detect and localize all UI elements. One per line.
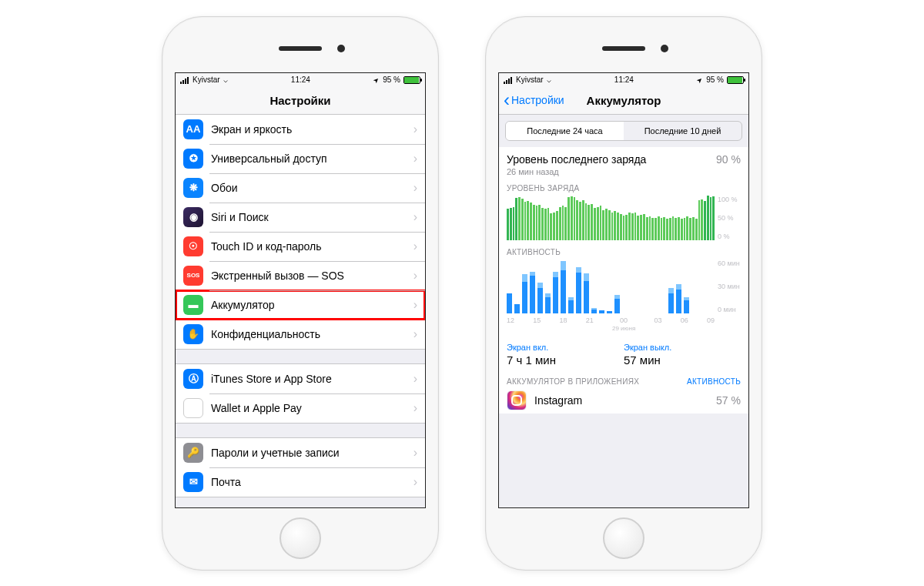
- last-charge-value: 90 %: [716, 153, 741, 166]
- settings-label: Универсальный доступ: [211, 152, 413, 165]
- settings-row-sos[interactable]: SOSЭкстренный вызов — SOS›: [176, 261, 425, 290]
- chevron-right-icon: ›: [413, 475, 417, 489]
- settings-row-display[interactable]: AAЭкран и яркость›: [176, 115, 425, 144]
- front-camera: [661, 45, 668, 52]
- speaker-slot: [279, 46, 322, 51]
- last-charge-label: Уровень последнего заряда: [507, 153, 646, 166]
- clock: 11:24: [614, 75, 634, 84]
- last-charge-subtitle: 26 мин назад: [507, 167, 741, 176]
- chevron-right-icon: ›: [413, 239, 417, 253]
- settings-label: iTunes Store и App Store: [211, 373, 413, 385]
- seg-24h[interactable]: Последние 24 часа: [506, 122, 624, 140]
- battery-content[interactable]: Последние 24 часа Последние 10 дней Уров…: [499, 115, 748, 507]
- activity-y-axis: 60 мин30 мин0 мин: [715, 260, 741, 313]
- back-button[interactable]: Настройки: [504, 94, 564, 106]
- activity-section-label: АКТИВНОСТЬ: [507, 248, 741, 256]
- wallet-icon: ▥: [183, 398, 203, 418]
- signal-icon: [180, 75, 189, 84]
- signal-icon: [504, 75, 513, 84]
- settings-row-passwords[interactable]: 🔑Пароли и учетные записи›: [176, 438, 425, 467]
- settings-row-touchid[interactable]: ☉Touch ID и код-пароль›: [176, 232, 425, 261]
- settings-label: Экран и яркость: [211, 123, 413, 136]
- home-button[interactable]: [603, 517, 644, 559]
- battery-pct: 95 %: [383, 75, 400, 84]
- screen-off-label: Экран выкл.: [624, 343, 741, 352]
- apps-activity-link[interactable]: АКТИВНОСТЬ: [687, 377, 741, 386]
- phone-left: Kyivstar ⌵ 11:24 95 % Настройки AAЭкран …: [162, 16, 439, 571]
- access-icon: ✪: [183, 149, 203, 169]
- seg-10d[interactable]: Последние 10 дней: [624, 122, 742, 140]
- chevron-right-icon: ›: [413, 122, 417, 136]
- page-title: Аккумулятор: [587, 94, 661, 107]
- settings-row-wallet[interactable]: ▥Wallet и Apple Pay›: [176, 393, 425, 423]
- activity-chart: [507, 260, 715, 313]
- settings-label: Почта: [211, 476, 413, 488]
- screen-battery: Kyivstar ⌵ 11:24 95 % Настройки Аккумуля…: [498, 72, 749, 508]
- wallpaper-icon: ❋: [183, 178, 203, 198]
- phone-right: Kyivstar ⌵ 11:24 95 % Настройки Аккумуля…: [485, 16, 762, 571]
- battery-icon: ▬: [183, 295, 203, 315]
- settings-row-itunes[interactable]: ⒶiTunes Store и App Store›: [176, 364, 425, 393]
- screen-settings: Kyivstar ⌵ 11:24 95 % Настройки AAЭкран …: [175, 72, 426, 508]
- level-section-label: УРОВЕНЬ ЗАРЯДА: [507, 184, 741, 193]
- touchid-icon: ☉: [183, 236, 203, 256]
- itunes-icon: Ⓐ: [183, 369, 203, 389]
- x-axis: 12151821 0029 июня 030609: [507, 316, 741, 332]
- settings-label: Touch ID и код-пароль: [211, 240, 413, 253]
- privacy-icon: ✋: [183, 324, 203, 344]
- app-pct: 57 %: [716, 394, 741, 407]
- screen-time-stats: Экран вкл. 7 ч 1 мин Экран выкл. 57 мин: [507, 343, 741, 367]
- battery-icon: [727, 76, 744, 84]
- app-row-instagram[interactable]: Instagram 57 %: [507, 390, 741, 410]
- battery-icon: [403, 76, 420, 84]
- chevron-right-icon: ›: [413, 446, 417, 460]
- chevron-right-icon: ›: [413, 327, 417, 341]
- speaker-slot: [602, 46, 645, 51]
- nav-bar: Настройки: [176, 87, 425, 115]
- settings-row-wallpaper[interactable]: ❋Обои›: [176, 173, 425, 203]
- settings-label: Конфиденциальность: [211, 328, 413, 340]
- front-camera: [337, 45, 345, 52]
- chevron-right-icon: ›: [413, 269, 417, 283]
- settings-label: Аккумулятор: [211, 299, 413, 311]
- settings-row-mail[interactable]: ✉Почта›: [176, 467, 425, 497]
- passwords-icon: 🔑: [183, 443, 203, 463]
- battery-pct: 95 %: [706, 75, 724, 84]
- settings-row-access[interactable]: ✪Универсальный доступ›: [176, 144, 425, 173]
- settings-label: Обои: [211, 182, 413, 194]
- home-button[interactable]: [280, 517, 321, 559]
- location-icon: [373, 75, 380, 84]
- settings-list[interactable]: AAЭкран и яркость›✪Универсальный доступ›…: [176, 115, 425, 507]
- chevron-right-icon: ›: [413, 210, 417, 224]
- location-icon: [697, 75, 703, 84]
- chevron-right-icon: ›: [413, 372, 417, 386]
- carrier-label: Kyivstar: [516, 75, 544, 84]
- page-title: Настройки: [270, 94, 330, 107]
- screen-off-value: 57 мин: [624, 353, 741, 367]
- wifi-icon: ⌵: [223, 75, 228, 84]
- chevron-right-icon: ›: [413, 152, 417, 166]
- apps-section-label: АККУМУЛЯТОР В ПРИЛОЖЕНИЯХ: [507, 377, 639, 386]
- settings-label: Пароли и учетные записи: [211, 447, 413, 459]
- status-bar: Kyivstar ⌵ 11:24 95 %: [176, 73, 425, 87]
- settings-row-battery[interactable]: ▬Аккумулятор›: [176, 290, 425, 320]
- battery-card: Уровень последнего заряда 90 % 26 мин на…: [499, 147, 748, 414]
- settings-label: Siri и Поиск: [211, 211, 413, 223]
- instagram-icon: [507, 390, 527, 410]
- time-range-segment[interactable]: Последние 24 часа Последние 10 дней: [505, 121, 742, 141]
- sos-icon: SOS: [183, 266, 203, 286]
- chevron-right-icon: ›: [413, 181, 417, 195]
- settings-row-siri[interactable]: ◉Siri и Поиск›: [176, 203, 425, 232]
- status-bar: Kyivstar ⌵ 11:24 95 %: [499, 73, 748, 87]
- app-name: Instagram: [534, 394, 716, 407]
- nav-bar: Настройки Аккумулятор: [499, 87, 748, 115]
- carrier-label: Kyivstar: [192, 75, 220, 84]
- battery-level-chart: [507, 196, 715, 240]
- chevron-right-icon: ›: [413, 401, 417, 415]
- mail-icon: ✉: [183, 472, 203, 492]
- wifi-icon: ⌵: [547, 75, 551, 84]
- screen-on-label: Экран вкл.: [507, 343, 624, 352]
- settings-row-privacy[interactable]: ✋Конфиденциальность›: [176, 320, 425, 349]
- siri-icon: ◉: [183, 207, 203, 227]
- display-icon: AA: [183, 119, 203, 139]
